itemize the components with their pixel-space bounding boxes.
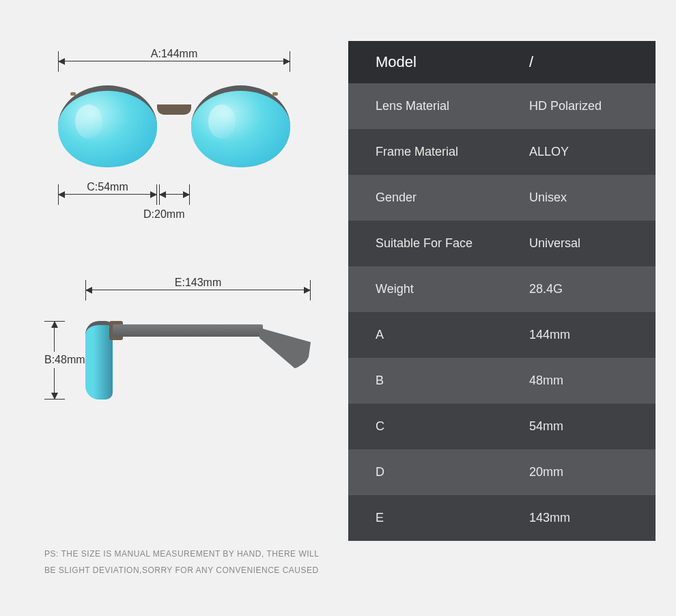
dimension-e-label: E:143mm	[169, 277, 227, 289]
dimension-a-label: A:144mm	[145, 48, 203, 60]
spec-value: HD Polarized	[502, 83, 656, 129]
table-row: E143mm	[348, 495, 656, 541]
spec-value: 143mm	[502, 495, 656, 541]
dimension-a: A:144mm	[58, 51, 290, 72]
table-row: GenderUnisex	[348, 175, 656, 221]
diagram-panel: A:144mm C:54mm D:20mm E:143mm B:48mm	[0, 0, 348, 616]
spec-key: B	[348, 358, 502, 404]
spec-value: ALLOY	[502, 129, 656, 175]
dimension-e: E:143mm	[85, 280, 311, 300]
sunglasses-front-view: A:144mm C:54mm D:20mm	[44, 51, 304, 242]
spec-table: Model / Lens MaterialHD Polarized Frame …	[348, 41, 656, 541]
spec-key: A	[348, 312, 502, 358]
table-row: Weight28.4G	[348, 266, 656, 312]
spec-key: E	[348, 495, 502, 541]
spec-value: Unisex	[502, 175, 656, 221]
table-row: D20mm	[348, 449, 656, 495]
spec-panel: Model / Lens MaterialHD Polarized Frame …	[348, 41, 656, 589]
table-row: A144mm	[348, 312, 656, 358]
table-row: B48mm	[348, 358, 656, 404]
spec-value: 144mm	[502, 312, 656, 358]
table-row: Lens MaterialHD Polarized	[348, 83, 656, 129]
spec-header-key: Model	[348, 41, 502, 83]
spec-key: Suitable For Face	[348, 221, 502, 266]
table-row: Suitable For FaceUniversal	[348, 221, 656, 266]
table-row: C54mm	[348, 404, 656, 449]
spec-value: 48mm	[502, 358, 656, 404]
table-row: Frame MaterialALLOY	[348, 129, 656, 175]
dimension-d-label: D:20mm	[143, 208, 184, 221]
dimension-b-label: B:48mm	[44, 352, 87, 368]
spec-key: Lens Material	[348, 83, 502, 129]
spec-key: Frame Material	[348, 129, 502, 175]
spec-value: Universal	[502, 221, 656, 266]
sunglasses-side-illustration	[85, 314, 311, 403]
spec-key: Weight	[348, 266, 502, 312]
dimension-c: C:54mm	[58, 184, 157, 205]
sunglasses-side-view: E:143mm B:48mm	[44, 280, 318, 417]
sunglasses-front-illustration	[58, 85, 290, 174]
disclaimer-note: PS: THE SIZE IS MANUAL MEASUREMENT BY HA…	[44, 546, 331, 578]
spec-header-value: /	[502, 41, 656, 83]
table-header-row: Model /	[348, 41, 656, 83]
spec-value: 54mm	[502, 404, 656, 449]
spec-value: 28.4G	[502, 266, 656, 312]
dimension-c-label: C:54mm	[81, 181, 133, 193]
dimension-d	[159, 184, 190, 205]
spec-key: Gender	[348, 175, 502, 221]
spec-key: D	[348, 449, 502, 495]
spec-value: 20mm	[502, 449, 656, 495]
spec-key: C	[348, 404, 502, 449]
